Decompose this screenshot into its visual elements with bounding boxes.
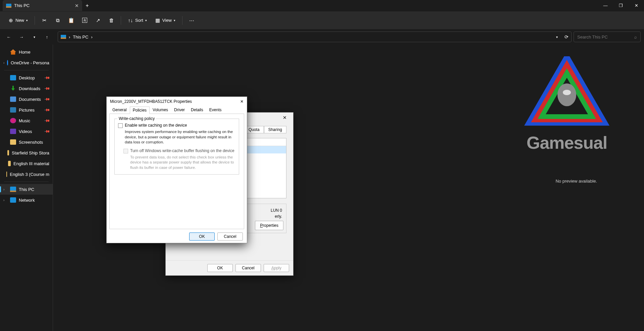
maximize-button[interactable]: ❐ [613,0,629,11]
delete-button[interactable]: 🗑 [105,16,117,25]
folder-icon [7,150,9,155]
desktop-icon [10,75,16,80]
device-properties-dialog: Micron_2200V_MTFDHBA512TCK Properties ✕ … [106,96,247,243]
ok-button[interactable]: OK [207,264,233,272]
group-legend: Write-caching policy [117,116,156,121]
ok-button[interactable]: OK [189,233,215,241]
dialog-title: Micron_2200V_MTFDHBA512TCK Properties [110,99,192,104]
paste-button[interactable]: 📋 [65,16,77,25]
tab-sharing[interactable]: Sharing [264,126,286,133]
this-pc-icon [10,187,16,192]
rename-button[interactable]: 🄰 [78,16,91,25]
apply-button[interactable]: ApplyApply [264,264,289,272]
chevron-right-icon[interactable]: › [3,198,7,202]
svg-point-4 [563,90,571,95]
sidebar-desktop[interactable]: Desktop📌 [0,72,53,83]
chevron-right-icon[interactable]: › [3,61,4,65]
sidebar-this-pc[interactable]: ›This PC [0,184,53,195]
back-button[interactable]: ← [3,31,14,42]
more-button[interactable]: ⋯ [186,16,198,25]
documents-icon [10,96,16,102]
navbar: ← → ▾ ↑ › This PC › ▾ ⟳ ⌕ [0,29,644,45]
plus-circle-icon: ⊕ [8,18,13,23]
new-tab-button[interactable]: + [82,3,92,9]
chevron-down-icon: ▾ [26,19,28,22]
sort-button[interactable]: ↑↓ Sort ▾ [124,16,150,25]
close-icon[interactable]: ✕ [280,115,290,120]
tab-events[interactable]: Events [206,106,225,114]
share-icon: ↗ [95,18,101,23]
copy-icon: ⧉ [55,18,60,23]
enable-write-caching-checkbox[interactable] [118,123,123,128]
sidebar-pictures[interactable]: Pictures📌 [0,105,53,115]
address-bar[interactable]: › This PC › ▾ ⟳ [58,31,572,42]
forward-button[interactable]: → [16,31,27,42]
content-area: Gamesual No preview available. ✕ are Quo… [53,45,644,331]
sidebar-downloads[interactable]: Downloads📌 [0,83,53,94]
chevron-right-icon[interactable]: › [3,188,7,191]
refresh-icon[interactable]: ⟳ [565,34,569,40]
pin-icon: 📌 [44,96,50,102]
pictures-icon [10,107,16,113]
cut-button[interactable]: ✂ [38,16,50,25]
trash-icon: 🗑 [109,18,114,23]
sidebar-folder[interactable]: English III material [0,158,53,169]
address-path[interactable]: This PC [73,35,88,40]
tab-close-icon[interactable]: ✕ [75,3,79,8]
view-button[interactable]: ▦ View ▾ [152,16,179,25]
downloads-icon [10,86,16,91]
chevron-down-icon[interactable]: ▾ [556,35,558,39]
tab-driver[interactable]: Driver [171,106,188,114]
address-sep: › [69,35,70,40]
search-icon[interactable]: ⌕ [634,35,637,40]
option-description: Improves system performance by enabling … [125,129,235,145]
folder-icon [6,172,7,177]
search-input[interactable] [577,35,634,40]
sidebar-documents[interactable]: Documents📌 [0,94,53,105]
tab-details[interactable]: Details [188,106,206,114]
watermark: Gamesual [523,56,610,153]
window-tab[interactable]: This PC ✕ [3,0,82,11]
cancel-button[interactable]: Cancel [217,233,243,241]
close-icon[interactable]: ✕ [240,99,244,104]
sidebar-home[interactable]: Home [0,47,53,57]
up-button[interactable]: ↑ [42,31,52,42]
recent-button[interactable]: ▾ [29,31,40,42]
this-pc-icon [6,4,11,8]
properties-button[interactable]: PPropertiesroperties [255,221,283,230]
sidebar-videos[interactable]: Videos📌 [0,126,53,137]
sidebar-folder[interactable]: English 3 (Course m [0,169,53,180]
new-button[interactable]: ⊕ New ▾ [5,16,31,25]
chevron-down-icon: ▾ [174,19,175,22]
folder-icon [10,139,16,145]
address-sep: › [91,35,93,40]
pin-icon: 📌 [44,107,50,113]
copy-button[interactable]: ⧉ [52,16,64,25]
dialog-titlebar[interactable]: Micron_2200V_MTFDHBA512TCK Properties ✕ [107,97,247,106]
search-box[interactable]: ⌕ [574,31,641,42]
sidebar-folder[interactable]: Starfield Ship Stora [0,147,53,158]
sidebar-network[interactable]: ›Network [0,195,53,205]
share-button[interactable]: ↗ [92,16,104,25]
sidebar-music[interactable]: Music📌 [0,115,53,126]
close-window-button[interactable]: ✕ [629,0,644,11]
tab-general[interactable]: General [109,106,130,114]
svg-point-3 [557,83,576,106]
minimize-button[interactable]: — [598,0,613,11]
pin-icon: 📌 [44,74,50,81]
pin-icon: 📌 [44,85,50,91]
videos-icon [10,129,16,134]
sidebar-onedrive[interactable]: › OneDrive - Persona [0,57,53,68]
network-icon [10,197,16,203]
checkbox-label[interactable]: Enable write caching on the device [125,123,187,128]
svg-marker-2 [542,73,592,117]
tab-volumes[interactable]: Volumes [150,106,171,114]
rename-icon: 🄰 [82,18,87,23]
chevron-down-icon: ▾ [145,19,147,22]
cancel-button[interactable]: Cancel [235,264,261,272]
tab-policies[interactable]: Policies [130,107,150,114]
dialog-footer: OK Cancel [107,229,247,244]
toolbar: ⊕ New ▾ ✂ ⧉ 📋 🄰 ↗ 🗑 ↑↓ Sort ▾ ▦ View ▾ ⋯ [0,11,644,29]
home-icon [10,49,16,55]
sidebar-folder[interactable]: Screenshots [0,137,53,147]
